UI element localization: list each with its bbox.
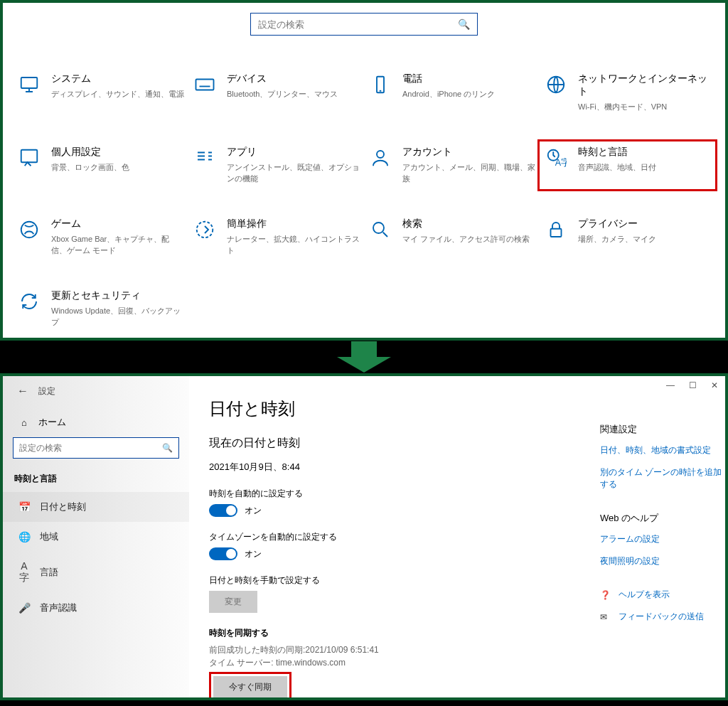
- settings-search-input[interactable]: [258, 19, 458, 30]
- settings-categories-grid: システムディスプレイ、サウンド、通知、電源デバイスBluetooth、プリンター…: [3, 36, 725, 336]
- category-xbox[interactable]: ゲームXbox Game Bar、キャプチャ、配信、ゲーム モード: [17, 218, 184, 257]
- sync-now-button[interactable]: 今すぐ同期: [213, 676, 287, 698]
- svg-point-8: [21, 221, 38, 237]
- category-desc: ディスプレイ、サウンド、通知、電源: [51, 88, 184, 100]
- sync-now-highlight: 今すぐ同期: [209, 672, 291, 700]
- person-icon: [368, 146, 392, 170]
- home-icon: ⌂: [18, 417, 30, 428]
- category-phone[interactable]: 電話Android、iPhone のリンク: [368, 73, 535, 113]
- svg-rect-11: [551, 228, 562, 236]
- back-button[interactable]: ←: [17, 385, 28, 397]
- sidebar-item-label: 音声認識: [40, 601, 77, 614]
- settings-home-panel: 🔍 システムディスプレイ、サウンド、通知、電源デバイスBluetooth、プリン…: [0, 0, 728, 341]
- help-icon: ❓: [600, 590, 611, 600]
- sidebar-item-0[interactable]: 📅日付と時刻: [3, 492, 189, 522]
- category-desc: ナレーター、拡大鏡、ハイコントラスト: [227, 233, 360, 257]
- category-title: 電話: [402, 73, 535, 85]
- sidebar-item-label: 日付と時刻: [40, 501, 86, 513]
- auto-tz-state: オン: [245, 548, 262, 560]
- category-monitor[interactable]: システムディスプレイ、サウンド、通知、電源: [17, 73, 184, 113]
- search-icon: 🔍: [162, 443, 173, 453]
- sidebar-icon: 🌐: [18, 531, 30, 542]
- category-title: プライバシー: [578, 218, 711, 230]
- auto-tz-toggle[interactable]: [209, 547, 237, 560]
- category-person[interactable]: アカウントアカウント、メール、同期、職場、家族: [368, 146, 535, 185]
- category-search[interactable]: 検索マイ ファイル、アクセス許可の検索: [368, 218, 535, 257]
- feedback-link[interactable]: ✉ フィードバックの送信: [600, 611, 728, 623]
- category-lock[interactable]: プライバシー場所、カメラ、マイク: [544, 218, 711, 257]
- help-link[interactable]: ❓ ヘルプを表示: [600, 589, 728, 601]
- last-sync-text: 前回成功した時刻の同期:2021/10/09 6:51:41: [209, 643, 543, 656]
- webhelp-link-alarm[interactable]: アラームの設定: [600, 533, 728, 545]
- category-update[interactable]: 更新とセキュリティWindows Update、回復、バックアップ: [17, 289, 184, 328]
- category-keyboard[interactable]: デバイスBluetooth、プリンター、マウス: [193, 73, 360, 113]
- flow-arrow: [0, 341, 728, 373]
- category-desc: アカウント、メール、同期、職場、家族: [402, 161, 535, 185]
- globe-icon: [544, 73, 568, 97]
- category-desc: 背景、ロック画面、色: [51, 161, 184, 173]
- feedback-icon: ✉: [600, 612, 611, 622]
- sidebar-icon: A字: [18, 560, 30, 584]
- keyboard-icon: [193, 73, 217, 97]
- category-timelang[interactable]: A字時刻と言語音声認識、地域、日付: [537, 139, 717, 191]
- manual-set-label: 日付と時刻を手動で設定する: [209, 574, 543, 587]
- svg-rect-4: [21, 149, 38, 162]
- category-title: 個人用設定: [51, 146, 184, 159]
- sidebar-icon: 📅: [18, 501, 30, 513]
- category-desc: Windows Update、回復、バックアップ: [51, 305, 184, 328]
- auto-time-state: オン: [245, 505, 262, 517]
- window-controls: — ☐ ✕: [666, 380, 718, 390]
- time-server-text: タイム サーバー: time.windows.com: [209, 656, 543, 669]
- category-desc: Wi-Fi、機内モード、VPN: [578, 101, 711, 113]
- minimize-button[interactable]: —: [666, 380, 675, 390]
- maximize-button[interactable]: ☐: [689, 380, 697, 390]
- related-link-addclock[interactable]: 別のタイム ゾーンの時計を追加する: [600, 466, 728, 491]
- category-title: デバイス: [227, 73, 360, 85]
- category-title: アカウント: [402, 146, 535, 159]
- category-desc: アンインストール、既定値、オプションの機能: [227, 161, 360, 185]
- category-desc: 音声認識、地域、日付: [578, 161, 711, 173]
- related-link-format[interactable]: 日付、時刻、地域の書式設定: [600, 444, 728, 456]
- sidebar-item-label: 言語: [40, 566, 58, 579]
- svg-point-9: [197, 221, 213, 237]
- category-brush[interactable]: 個人用設定背景、ロック画面、色: [17, 146, 184, 185]
- related-heading: 関連設定: [600, 423, 728, 436]
- sidebar-item-3[interactable]: 🎤音声認識: [3, 593, 189, 623]
- category-title: 検索: [402, 218, 535, 230]
- svg-rect-0: [21, 77, 38, 88]
- sidebar-search-input[interactable]: [19, 443, 162, 453]
- category-access[interactable]: 簡単操作ナレーター、拡大鏡、ハイコントラスト: [193, 218, 360, 257]
- webhelp-link-nightlight[interactable]: 夜間照明の設定: [600, 555, 728, 567]
- sidebar-search[interactable]: 🔍: [13, 437, 179, 459]
- search-icon: [368, 218, 392, 242]
- category-desc: Xbox Game Bar、キャプチャ、配信、ゲーム モード: [51, 233, 184, 257]
- access-icon: [193, 218, 217, 242]
- sidebar-home[interactable]: ⌂ ホーム: [3, 402, 189, 434]
- sidebar-item-1[interactable]: 🌐地域: [3, 522, 189, 552]
- category-apps[interactable]: アプリアンインストール、既定値、オプションの機能: [193, 146, 360, 185]
- sidebar-item-2[interactable]: A字言語: [3, 552, 189, 593]
- page-title: 日付と時刻: [209, 397, 543, 420]
- auto-time-toggle[interactable]: [209, 504, 237, 517]
- category-desc: Android、iPhone のリンク: [402, 88, 535, 100]
- category-title: ゲーム: [51, 218, 184, 230]
- category-title: ネットワークとインターネット: [578, 73, 711, 98]
- category-globe[interactable]: ネットワークとインターネットWi-Fi、機内モード、VPN: [544, 73, 711, 113]
- category-desc: Bluetooth、プリンター、マウス: [227, 88, 360, 100]
- datetime-settings-panel: ← 設定 ⌂ ホーム 🔍 時刻と言語 📅日付と時刻🌐地域A字言語🎤音声認識 — …: [0, 373, 728, 700]
- xbox-icon: [17, 218, 41, 242]
- home-label: ホーム: [38, 416, 66, 429]
- category-title: 時刻と言語: [578, 146, 711, 159]
- category-desc: 場所、カメラ、マイク: [578, 233, 711, 245]
- settings-search[interactable]: 🔍: [250, 13, 478, 36]
- sync-heading: 時刻を同期する: [209, 627, 543, 639]
- auto-tz-label: タイムゾーンを自動的に設定する: [209, 531, 543, 543]
- window-title: 設定: [38, 385, 55, 397]
- monitor-icon: [17, 73, 41, 97]
- svg-point-10: [373, 223, 384, 233]
- close-button[interactable]: ✕: [711, 380, 718, 390]
- change-datetime-button[interactable]: 変更: [209, 591, 257, 613]
- lock-icon: [544, 218, 568, 242]
- sidebar-icon: 🎤: [18, 602, 30, 614]
- svg-text:A字: A字: [555, 157, 567, 168]
